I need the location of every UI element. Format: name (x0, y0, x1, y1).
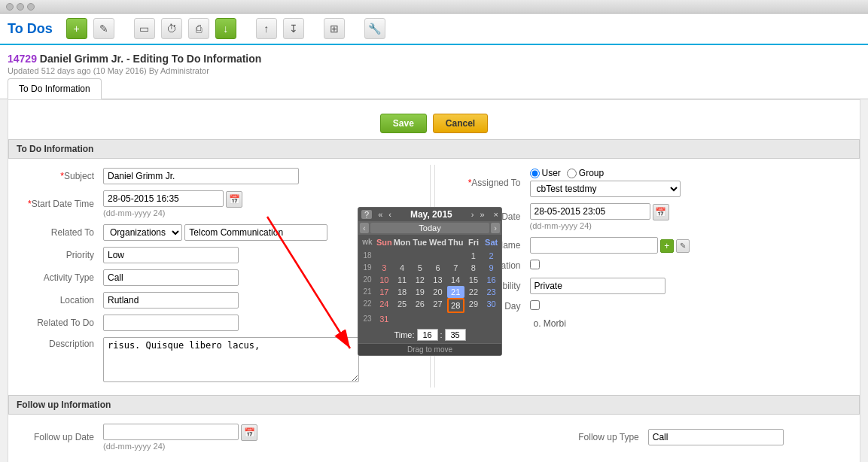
record-title: 14729 Daniel Grimm Jr. - Editing To Do I… (8, 53, 860, 65)
day-18[interactable]: 18 (394, 286, 411, 298)
calendar-close-button[interactable]: × (494, 210, 498, 219)
calendar-week-19: 19 3 4 5 6 7 8 9 (360, 262, 500, 274)
related-org-input[interactable] (184, 224, 327, 241)
page-heading: 14729 Daniel Grimm Jr. - Editing To Do I… (0, 45, 868, 78)
due-date-input[interactable] (530, 203, 650, 220)
day-17[interactable]: 17 (376, 286, 393, 298)
view-button[interactable]: ▭ (134, 18, 155, 39)
day-10[interactable]: 10 (376, 274, 393, 286)
import-button[interactable]: ↑ (256, 18, 277, 39)
calendar-prev-button[interactable]: ‹ (385, 209, 394, 220)
day-4[interactable]: 4 (394, 262, 411, 274)
description-textarea[interactable]: risus. Quisque libero lacus, (103, 337, 359, 382)
contact-add-icon[interactable]: + (660, 239, 674, 253)
activity-type-input[interactable] (103, 269, 239, 286)
day-25[interactable]: 25 (394, 298, 411, 313)
day-19[interactable]: 19 (411, 286, 428, 298)
day-28-selected[interactable]: 28 (447, 298, 464, 313)
day-1[interactable]: 1 (465, 250, 483, 262)
zoom-button[interactable]: ⊞ (324, 18, 345, 39)
day-29[interactable]: 29 (465, 298, 483, 313)
start-date-calendar-button[interactable]: 📅 (226, 191, 242, 208)
start-date-input[interactable] (103, 190, 224, 207)
download-button[interactable]: ↓ (215, 18, 236, 39)
contact-name-input[interactable] (530, 237, 658, 254)
window-controls (6, 3, 35, 11)
day-3[interactable]: 3 (376, 262, 393, 274)
day-6[interactable]: 6 (429, 262, 446, 274)
group-radio[interactable] (567, 169, 577, 178)
save-button[interactable]: Save (380, 114, 427, 133)
priority-input[interactable] (103, 247, 239, 263)
day-31[interactable]: 31 (376, 313, 393, 325)
day-20[interactable]: 20 (429, 286, 446, 298)
day-2[interactable]: 2 (483, 250, 500, 262)
calendar-week-23: 23 31 (360, 313, 500, 325)
send-notification-checkbox[interactable] (530, 260, 540, 269)
day-23[interactable]: 23 (483, 286, 500, 298)
day-5[interactable]: 5 (411, 262, 428, 274)
user-radio[interactable] (530, 169, 540, 178)
subject-input[interactable] (103, 168, 299, 184)
add-button[interactable]: + (66, 18, 87, 39)
user-group-radio: User Group (530, 168, 848, 178)
day-header-mon: Mon (394, 236, 411, 248)
wk-20: 20 (360, 274, 375, 286)
day-30[interactable]: 30 (483, 298, 500, 313)
day-11[interactable]: 11 (394, 274, 411, 286)
calendar-prev2-button[interactable]: « (375, 209, 385, 220)
record-id: 14729 (8, 53, 37, 65)
time-minutes-input[interactable] (445, 329, 466, 341)
calendar-next-button[interactable]: › (468, 209, 477, 220)
form-table-right: *Assigned To User Group (443, 165, 853, 332)
day-24[interactable]: 24 (376, 298, 393, 313)
visibility-input[interactable] (530, 278, 665, 294)
day-header-sun: Sun (376, 236, 393, 248)
calendar-today-next[interactable]: › (491, 223, 500, 233)
calendar-today-button[interactable]: Today (370, 223, 490, 233)
day-13[interactable]: 13 (429, 274, 446, 286)
day-27[interactable]: 27 (429, 298, 446, 313)
send-notification-row: Send Notification (443, 257, 853, 275)
calendar-next2-button[interactable]: » (477, 209, 487, 220)
export-button[interactable]: ↧ (283, 18, 304, 39)
day-26[interactable]: 26 (411, 298, 428, 313)
subject-label: *Subject (16, 165, 99, 187)
due-date-calendar-button[interactable]: 📅 (653, 204, 669, 220)
cancel-button[interactable]: Cancel (433, 114, 488, 133)
day-12[interactable]: 12 (411, 274, 428, 286)
user-radio-label[interactable]: User (530, 168, 561, 178)
wk-23: 23 (360, 313, 375, 325)
history-button[interactable]: ⏱ (161, 18, 182, 39)
print-button[interactable]: ⎙ (188, 18, 209, 39)
edit-button[interactable]: ✎ (93, 18, 114, 39)
desc-extra-cell: o. Morbi (525, 315, 853, 332)
day-16[interactable]: 16 (483, 274, 500, 286)
assigned-user-select[interactable]: cbTest testdmy (530, 181, 681, 197)
calendar-today-prev[interactable]: ‹ (360, 223, 369, 233)
tab-todo-information[interactable]: To Do Information (8, 78, 102, 99)
day-21-today[interactable]: 21 (447, 286, 464, 298)
calendar-help-button[interactable]: ? (361, 210, 372, 219)
follow-type-input[interactable] (648, 429, 784, 445)
day-15[interactable]: 15 (465, 274, 483, 286)
all-day-checkbox[interactable] (530, 300, 540, 310)
follow-date-calendar-button[interactable]: 📅 (241, 424, 257, 441)
group-radio-label[interactable]: Group (567, 168, 604, 178)
day-22[interactable]: 22 (465, 286, 483, 298)
location-input[interactable] (103, 292, 239, 309)
day-14[interactable]: 14 (447, 274, 464, 286)
day-7[interactable]: 7 (447, 262, 464, 274)
day-9[interactable]: 9 (483, 262, 500, 274)
follow-date-input[interactable] (103, 424, 239, 440)
time-hours-input[interactable] (417, 329, 438, 341)
day-8[interactable]: 8 (465, 262, 483, 274)
calendar-drag-label: Drag to move (358, 343, 501, 355)
start-date-label: *Start Date Time (16, 187, 99, 221)
related-todo-input[interactable] (103, 315, 239, 331)
tools-button[interactable]: 🔧 (364, 18, 385, 39)
related-to-select[interactable]: Organizations (103, 224, 182, 241)
action-row: Save Cancel (16, 108, 852, 139)
contact-edit-icon[interactable]: ✎ (676, 239, 690, 253)
follow-type-cell (644, 421, 852, 454)
